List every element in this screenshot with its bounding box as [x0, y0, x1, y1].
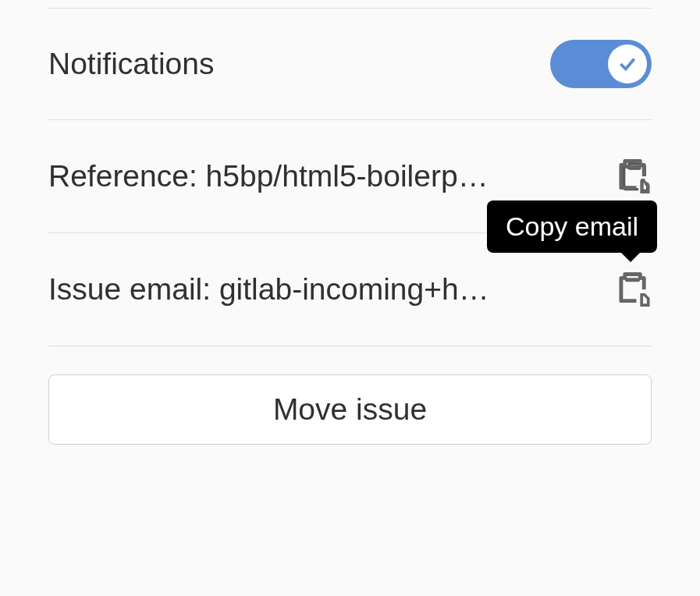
copy-email-tooltip: Copy email	[487, 200, 657, 253]
toggle-knob	[608, 44, 647, 83]
reference-text: Reference: h5bp/html5-boilerp…	[48, 159, 617, 193]
copy-reference-button[interactable]	[617, 159, 652, 193]
checkmark-icon	[617, 54, 638, 74]
issue-email-text: Issue email: gitlab-incoming+h…	[48, 272, 617, 307]
notifications-toggle[interactable]	[550, 40, 652, 88]
issue-email-section: Issue email: gitlab-incoming+h… Copy ema…	[48, 233, 652, 346]
move-issue-section: Move issue	[48, 346, 652, 445]
move-issue-button[interactable]: Move issue	[48, 374, 652, 445]
notifications-label: Notifications	[48, 47, 214, 81]
notifications-section: Notifications	[48, 8, 652, 120]
clipboard-icon	[619, 159, 650, 193]
copy-email-button[interactable]: Copy email	[617, 272, 652, 307]
clipboard-icon	[619, 272, 650, 307]
